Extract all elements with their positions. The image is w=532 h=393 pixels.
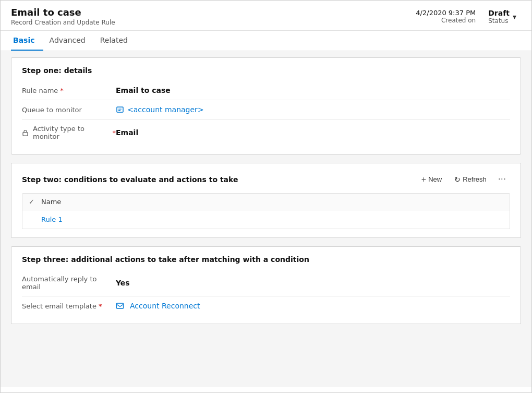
field-email-template: Select email template * Account Reconnec… (22, 296, 510, 315)
header-left: Email to case Record Creation and Update… (11, 7, 115, 26)
svg-rect-4 (117, 303, 124, 308)
field-label-auto-reply: Automatically reply to email (22, 275, 116, 291)
step-one-card: Step one: details Rule name * Email to c… (11, 57, 521, 154)
header-right: 4/2/2020 9:37 PM Created on Draft Status… (416, 9, 521, 25)
queue-link-text: <account manager> (127, 105, 204, 114)
email-template-icon (116, 302, 124, 310)
refresh-button-label: Refresh (463, 175, 487, 183)
auto-reply-label-text: Automatically reply to email (22, 275, 116, 291)
step-three-title: Step three: additional actions to take a… (22, 255, 510, 264)
step-two-card: Step two: conditions to evaluate and act… (11, 163, 521, 238)
activity-type-label-text: Activity type to monitor (33, 125, 111, 140)
queue-label-text: Queue to monitor (22, 106, 82, 114)
main-content: Step one: details Rule name * Email to c… (1, 51, 531, 387)
page-title: Email to case (11, 7, 115, 18)
table-check-col: ✓ (29, 198, 41, 206)
field-auto-reply: Automatically reply to email Yes (22, 270, 510, 296)
tab-bar: Basic Advanced Related (1, 31, 531, 51)
step-two-header: Step two: conditions to evaluate and act… (22, 172, 510, 187)
rule-name-required: * (60, 87, 64, 94)
new-button[interactable]: + New (416, 172, 447, 187)
field-label-queue: Queue to monitor (22, 106, 116, 114)
plus-icon: + (421, 175, 426, 184)
queue-icon (116, 105, 124, 114)
field-label-email-template: Select email template * (22, 302, 116, 310)
created-label: Created on (416, 17, 476, 24)
svg-rect-0 (117, 107, 123, 112)
rules-table: ✓ Name Rule 1 (22, 193, 510, 229)
header-status: Draft Status ▾ (488, 9, 521, 25)
rule-name-label-text: Rule name (22, 87, 58, 94)
page-subtitle: Record Creation and Update Rule (11, 19, 115, 26)
new-button-label: New (428, 175, 442, 183)
field-activity-type: Activity type to monitor * Email (22, 120, 510, 146)
table-row: Rule 1 (22, 210, 510, 229)
email-template-required: * (99, 302, 102, 310)
status-label: Status (488, 17, 510, 25)
field-label-activity-type: Activity type to monitor * (22, 125, 116, 140)
tab-related[interactable]: Related (98, 31, 136, 51)
header-meta: 4/2/2020 9:37 PM Created on (416, 9, 476, 24)
step-two-title: Step two: conditions to evaluate and act… (22, 175, 238, 184)
refresh-icon: ↻ (454, 175, 461, 184)
tab-basic[interactable]: Basic (11, 31, 43, 51)
auto-reply-value: Yes (116, 279, 510, 287)
step-one-title: Step one: details (22, 66, 510, 75)
lock-icon (22, 129, 29, 136)
svg-rect-3 (23, 132, 28, 136)
field-queue-to-monitor: Queue to monitor <account manager> (22, 100, 510, 120)
field-rule-name: Rule name * Email to case (22, 81, 510, 100)
activity-type-value: Email (116, 128, 510, 137)
status-chevron-icon[interactable]: ▾ (513, 13, 521, 21)
step-three-card: Step three: additional actions to take a… (11, 246, 521, 324)
refresh-button[interactable]: ↻ Refresh (449, 173, 492, 186)
tab-advanced[interactable]: Advanced (47, 31, 94, 51)
rule-1-link[interactable]: Rule 1 (41, 216, 63, 223)
status-value: Draft (488, 9, 510, 17)
field-label-rule-name: Rule name * (22, 87, 116, 94)
page-header: Email to case Record Creation and Update… (1, 1, 531, 31)
rule-name-value: Email to case (116, 86, 510, 94)
email-template-link-text: Account Reconnect (130, 302, 200, 310)
email-template-value[interactable]: Account Reconnect (116, 302, 510, 310)
created-date: 4/2/2020 9:37 PM (416, 9, 476, 17)
email-template-label-text: Select email template (22, 302, 96, 310)
step-two-toolbar: + New ↻ Refresh ··· (416, 172, 510, 187)
queue-value[interactable]: <account manager> (116, 105, 510, 114)
table-col-name-header: Name (41, 198, 61, 206)
table-header-row: ✓ Name (22, 194, 510, 210)
more-options-icon[interactable]: ··· (494, 172, 510, 187)
